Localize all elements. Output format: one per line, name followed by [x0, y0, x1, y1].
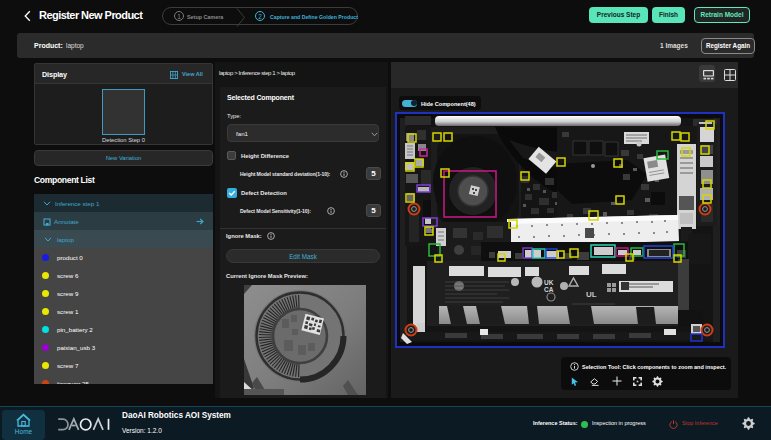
svg-text:UL: UL — [586, 290, 597, 299]
svg-text:CA: CA — [544, 286, 554, 293]
svg-text:UK: UK — [544, 279, 554, 286]
